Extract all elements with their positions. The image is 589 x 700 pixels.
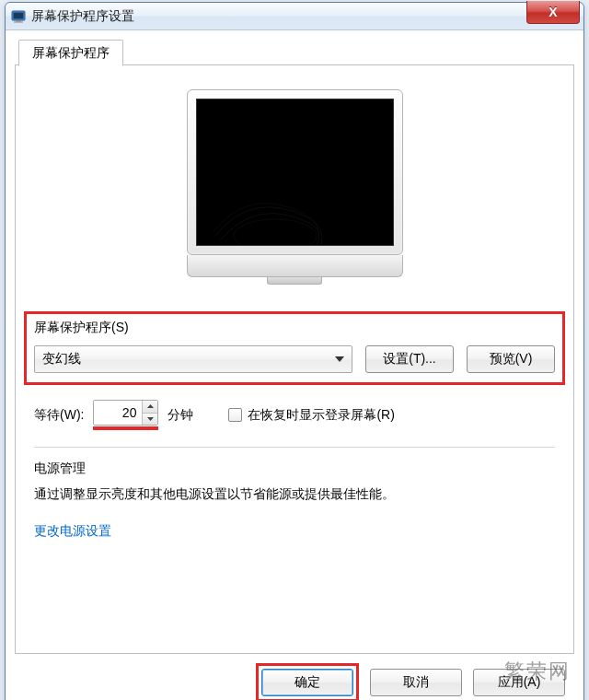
highlight-wait-value bbox=[93, 400, 158, 430]
power-description: 通过调整显示亮度和其他电源设置以节省能源或提供最佳性能。 bbox=[34, 486, 555, 503]
close-icon: X bbox=[549, 5, 557, 19]
tab-label: 屏幕保护程序 bbox=[32, 45, 110, 60]
svg-point-4 bbox=[234, 219, 317, 246]
wait-unit: 分钟 bbox=[167, 407, 193, 424]
highlight-ok-button: 确定 bbox=[256, 663, 359, 700]
apply-button[interactable]: 应用(A) bbox=[473, 669, 565, 696]
wait-input[interactable] bbox=[94, 401, 142, 425]
window-title: 屏幕保护程序设置 bbox=[31, 8, 134, 25]
close-button[interactable]: X bbox=[526, 1, 580, 24]
monitor-graphic bbox=[187, 89, 403, 285]
resume-login-checkbox-wrap[interactable]: 在恢复时显示登录屏幕(R) bbox=[228, 407, 394, 424]
spin-up-button[interactable] bbox=[143, 401, 157, 413]
screensaver-preview bbox=[34, 89, 555, 285]
preview-button[interactable]: 预览(V) bbox=[467, 345, 555, 373]
triangle-down-icon bbox=[147, 417, 154, 421]
cancel-button[interactable]: 取消 bbox=[370, 669, 462, 696]
settings-button[interactable]: 设置(T)... bbox=[365, 345, 454, 373]
titlebar[interactable]: 屏幕保护程序设置 X bbox=[6, 3, 583, 30]
svg-rect-1 bbox=[14, 12, 24, 18]
client-area: 屏幕保护程序 bbox=[6, 30, 583, 700]
mystify-lines-icon bbox=[206, 171, 344, 246]
tab-strip: 屏幕保护程序 bbox=[15, 40, 574, 65]
svg-rect-2 bbox=[16, 20, 21, 22]
change-power-settings-link[interactable]: 更改电源设置 bbox=[34, 523, 111, 538]
app-icon bbox=[11, 9, 26, 24]
tab-screensaver[interactable]: 屏幕保护程序 bbox=[18, 40, 123, 66]
preview-screen bbox=[196, 99, 394, 246]
svg-rect-3 bbox=[14, 21, 23, 22]
checkbox-label: 在恢复时显示登录屏幕(R) bbox=[248, 407, 394, 424]
chevron-down-icon bbox=[335, 356, 344, 362]
spin-down-button[interactable] bbox=[143, 413, 157, 426]
power-group-label: 电源管理 bbox=[34, 461, 555, 477]
triangle-up-icon bbox=[147, 404, 154, 408]
divider bbox=[34, 447, 555, 448]
dialog-window: 屏幕保护程序设置 X 屏幕保护程序 bbox=[5, 2, 584, 700]
screensaver-group-label: 屏幕保护程序(S) bbox=[34, 320, 555, 336]
resume-login-checkbox[interactable] bbox=[228, 408, 242, 422]
tab-panel: 屏幕保护程序(S) 变幻线 设置(T)... 预览(V) bbox=[15, 64, 574, 654]
wait-label: 等待(W): bbox=[34, 407, 84, 424]
ok-button[interactable]: 确定 bbox=[261, 669, 353, 696]
wait-spinner[interactable] bbox=[93, 400, 158, 426]
dialog-button-row: 确定 取消 应用(A) bbox=[15, 654, 574, 700]
dropdown-value: 变幻线 bbox=[42, 351, 81, 368]
highlight-screensaver-selection: 屏幕保护程序(S) 变幻线 设置(T)... 预览(V) bbox=[24, 311, 565, 385]
screensaver-dropdown[interactable]: 变幻线 bbox=[34, 345, 352, 373]
